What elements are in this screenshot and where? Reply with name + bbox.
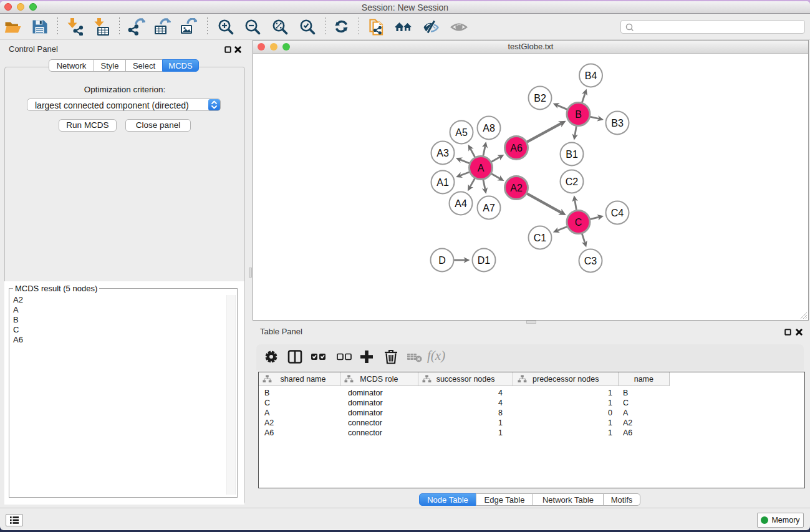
svg-text:C3: C3 (584, 256, 597, 266)
svg-text:C: C (575, 217, 582, 228)
svg-text:A8: A8 (483, 123, 495, 133)
svg-text:B2: B2 (534, 93, 546, 104)
svg-text:B4: B4 (585, 70, 597, 81)
svg-text:B1: B1 (566, 149, 578, 160)
svg-text:A: A (478, 163, 485, 173)
svg-text:D1: D1 (478, 255, 491, 266)
svg-text:C1: C1 (534, 233, 547, 243)
svg-text:A5: A5 (455, 127, 468, 138)
svg-text:B: B (575, 109, 582, 120)
svg-text:D: D (438, 255, 446, 266)
svg-text:A1: A1 (436, 177, 449, 188)
svg-text:A4: A4 (455, 198, 467, 209)
svg-text:A6: A6 (510, 143, 523, 153)
svg-text:A7: A7 (483, 203, 495, 213)
svg-text:A3: A3 (436, 148, 449, 158)
svg-text:A2: A2 (510, 183, 523, 193)
svg-text:B3: B3 (611, 118, 624, 128)
svg-text:C2: C2 (566, 177, 579, 187)
svg-text:C4: C4 (611, 208, 624, 218)
